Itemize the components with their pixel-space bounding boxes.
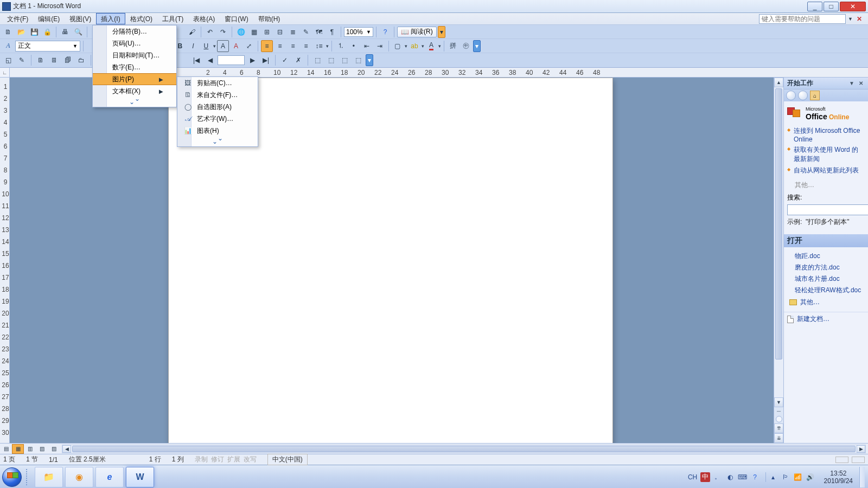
phonetic-guide-button[interactable]: 拼 [447,40,459,52]
view-reading-button[interactable]: ▨ [48,444,60,454]
picture-fromfile-item[interactable]: 🖻来自文件(F)… [177,89,258,101]
picture-autoshapes-item[interactable]: ◯自选图形(A) [177,101,258,113]
scroll-track[interactable] [774,87,783,397]
align-distribute-button[interactable]: ≡ [300,40,312,52]
insert-datetime-item[interactable]: 日期和时间(T)… [93,49,176,61]
menu-edit[interactable]: 编辑(E) [33,13,65,24]
status-language[interactable]: 中文(中国) [267,454,308,465]
bullets-button[interactable]: • [348,40,360,52]
taskbar-ie[interactable]: e [95,467,124,487]
horizontal-scrollbar[interactable]: ◀ ▶ [62,445,866,453]
status-ext-indicator[interactable]: 扩展 [227,455,240,464]
tables-borders-button[interactable]: ▦ [248,26,260,38]
taskpane-dropdown-icon[interactable]: ▼ [848,80,856,87]
recent-file-1[interactable]: 物距.doc [787,251,865,262]
char-border-button[interactable]: A [217,40,229,52]
rt-last-button[interactable]: ▶| [260,54,272,66]
browse-object-button[interactable] [776,416,782,422]
picture-clipart-item[interactable]: 🖼剪贴画(C)… [177,77,258,89]
reviewing-nav-input[interactable] [218,55,245,65]
highlight-color-button[interactable]: ab [409,40,420,52]
print-preview-button[interactable]: 🔍 [72,26,84,38]
new-doc-button[interactable]: 🗎 [2,26,14,38]
view-normal-button[interactable]: ▤ [0,444,12,454]
rt-prev-button[interactable]: ◀ [204,54,216,66]
status-ovr-indicator[interactable]: 改写 [244,455,257,464]
tray-flag-icon[interactable]: 🏳 [781,472,790,482]
zoom-combobox[interactable]: 100%▼ [344,27,373,37]
insert-picture-item[interactable]: 图片(P)▶ [93,73,176,85]
scroll-thumb[interactable] [775,88,782,359]
rt-btn-a[interactable]: ⬚ [311,54,323,66]
status-rec-indicator[interactable]: 录制 [195,455,208,464]
tray-ime-shape-icon[interactable]: ◐ [725,472,735,482]
rt-btn-3[interactable]: 🗎 [35,54,47,66]
help-dropdown-arrow-icon[interactable]: ▼ [848,16,853,22]
recent-file-2[interactable]: 磨皮的方法.doc [787,262,865,273]
window-minimize-button[interactable]: _ [807,2,822,11]
print-button[interactable]: 🖶 [59,26,71,38]
recent-other-link[interactable]: 其他… [787,296,865,309]
insert-pagenumber-item[interactable]: 页码(U)… [93,37,176,49]
numbering-button[interactable]: ⒈ [335,40,347,52]
new-document-link[interactable]: 新建文档… [784,312,868,326]
italic-button[interactable]: I [187,40,199,52]
toolbar-options-button[interactable]: ▾ [438,26,445,38]
show-hide-button[interactable]: ¶ [326,26,338,38]
rt-btn-2[interactable]: ✎ [16,54,28,66]
borders-button[interactable]: ▢ [392,40,404,52]
align-center-button[interactable]: ≡ [274,40,286,52]
increase-indent-button[interactable]: ⇥ [374,40,386,52]
rt-next-button[interactable]: ▶ [246,54,258,66]
insert-menu-expand[interactable]: ⌄⌄ [93,97,176,107]
prev-page-button[interactable]: ⇈ [774,423,783,433]
menu-table[interactable]: 表格(A) [188,13,220,24]
taskbar-explorer[interactable]: 📁 [35,467,63,487]
line-spacing-button[interactable]: ↕≡ [313,40,325,52]
tray-volume-icon[interactable]: 🔊 [806,472,815,482]
hscroll-thumb[interactable] [72,446,856,452]
recent-file-4[interactable]: 轻松处理RAW格式.doc [787,285,865,296]
tray-expand-icon[interactable]: ▴ [768,472,778,482]
view-print-layout-button[interactable]: ▦ [12,444,24,454]
redo-button[interactable]: ↷ [217,26,229,38]
styles-pane-button[interactable]: A [2,40,14,52]
doc-window-close-icon[interactable]: ✕ [855,15,864,23]
taskpane-link-update[interactable]: 自动从网站更新此列表 [787,165,865,176]
align-right-button[interactable]: ≡ [287,40,299,52]
view-web-layout-button[interactable]: ▥ [24,444,36,454]
next-page-button[interactable]: ⇊ [774,433,783,443]
decrease-indent-button[interactable]: ⇤ [361,40,373,52]
rt-options-button[interactable]: ▾ [366,54,373,66]
taskpane-close-icon[interactable]: ✕ [857,80,865,87]
font-color-button[interactable]: A [425,40,437,52]
recent-file-3[interactable]: 城市名片册.doc [787,273,865,285]
show-desktop-button[interactable] [859,467,865,487]
menu-format[interactable]: 格式(O) [125,13,157,24]
rt-btn-5[interactable]: 🗐 [62,54,74,66]
taskbar-word[interactable]: W [126,467,154,487]
format-painter-button[interactable]: 🖌 [186,26,198,38]
menu-insert[interactable]: 插入(I) [96,13,125,24]
menu-help[interactable]: 帮助(H) [253,13,285,24]
rt-first-button[interactable]: |◀ [190,54,202,66]
insert-break-item[interactable]: 分隔符(B)… [93,25,176,37]
scroll-down-button[interactable]: ▼ [774,397,783,407]
rt-btn-c[interactable]: ⬚ [339,54,350,66]
tray-network-icon[interactable]: 📶 [793,472,803,482]
rt-btn-6[interactable]: 🗀 [75,54,87,66]
taskpane-link-connect[interactable]: 连接到 Microsoft Office Online [787,125,865,144]
tray-ime-keyboard-icon[interactable]: ⌨ [738,472,748,482]
taskpane-others-link[interactable]: 其他… [787,181,865,190]
menu-file[interactable]: 文件(F) [2,13,33,24]
rt-btn-reject[interactable]: ✗ [292,54,304,66]
align-left-button[interactable]: ≡ [261,40,273,52]
taskpane-back-button[interactable] [786,91,796,100]
menu-view[interactable]: 视图(V) [65,13,96,24]
insert-table-button[interactable]: ⊞ [261,26,273,38]
underline-button[interactable]: U [200,40,212,52]
start-button[interactable] [0,465,24,489]
taskpane-search-input[interactable] [787,204,868,215]
tray-ime-indicator[interactable]: 中 [700,472,710,482]
drawing-button[interactable]: ✎ [300,26,312,38]
